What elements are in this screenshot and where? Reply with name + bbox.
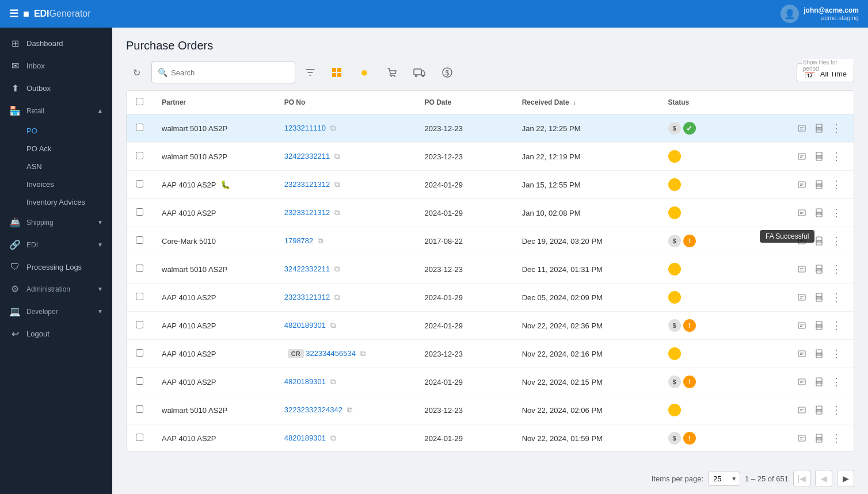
- partner-header[interactable]: Partner: [153, 91, 275, 114]
- row-checkbox[interactable]: [136, 405, 143, 413]
- grid-view-button[interactable]: [325, 62, 348, 83]
- copy-icon[interactable]: ⧉: [334, 152, 340, 160]
- view-action-button[interactable]: [794, 120, 810, 136]
- more-actions-button[interactable]: ⋮: [828, 346, 844, 362]
- user-menu[interactable]: 👤 john@acme.com acme.staging: [781, 5, 859, 23]
- po-link[interactable]: 4820189301: [284, 321, 326, 330]
- app-logo[interactable]: ☰ ■ EDIGenerator: [9, 7, 781, 20]
- view-action-button[interactable]: [794, 317, 810, 334]
- copy-icon[interactable]: ⧉: [330, 434, 336, 442]
- status-header[interactable]: Status: [659, 91, 756, 114]
- po-link[interactable]: 1233211110: [284, 124, 326, 132]
- po-link[interactable]: 1798782: [284, 236, 314, 245]
- sidebar-item-edi[interactable]: 🔗 EDI ▼: [0, 233, 112, 256]
- podate-header[interactable]: PO Date: [416, 91, 513, 114]
- row-checkbox[interactable]: [136, 124, 143, 131]
- print-action-button[interactable]: [811, 374, 827, 390]
- view-action-button[interactable]: [794, 148, 810, 164]
- view-action-button[interactable]: [794, 233, 810, 249]
- po-link[interactable]: 4820189301: [284, 377, 326, 386]
- received-header[interactable]: Received Date ↓: [513, 91, 659, 114]
- more-actions-button[interactable]: ⋮: [828, 374, 844, 390]
- cart-button[interactable]: [380, 62, 403, 83]
- sidebar-item-po[interactable]: PO: [0, 122, 112, 140]
- more-actions-button[interactable]: ⋮: [828, 402, 844, 418]
- hamburger-icon[interactable]: ☰: [9, 7, 18, 20]
- row-checkbox[interactable]: [136, 377, 143, 385]
- pono-header[interactable]: PO No: [275, 91, 416, 114]
- copy-icon[interactable]: ⧉: [334, 265, 340, 273]
- copy-icon[interactable]: ⧉: [330, 124, 336, 132]
- po-link[interactable]: 32232332324342: [284, 405, 342, 414]
- more-actions-button[interactable]: ⋮: [828, 205, 844, 221]
- sidebar-item-outbox[interactable]: ⬆ Outbox: [0, 77, 112, 99]
- more-actions-button[interactable]: ⋮: [828, 289, 844, 305]
- sidebar-item-dashboard[interactable]: ⊞ Dashboard: [0, 32, 112, 55]
- view-action-button[interactable]: [794, 177, 810, 193]
- copy-icon[interactable]: ⧉: [318, 236, 323, 245]
- more-actions-button[interactable]: ⋮: [828, 148, 844, 164]
- row-checkbox[interactable]: [136, 180, 143, 187]
- print-action-button[interactable]: [811, 233, 827, 249]
- po-link[interactable]: 23233121312: [284, 293, 330, 301]
- row-checkbox[interactable]: [136, 265, 143, 272]
- row-checkbox[interactable]: [136, 208, 143, 216]
- first-page-button[interactable]: |◀: [793, 470, 810, 487]
- row-checkbox[interactable]: [136, 293, 143, 300]
- per-page-select[interactable]: 10 25 50 100: [708, 472, 740, 486]
- copy-icon[interactable]: ⧉: [334, 293, 340, 301]
- view-action-button[interactable]: [794, 374, 810, 390]
- copy-icon[interactable]: ⧉: [330, 321, 336, 330]
- print-action-button[interactable]: [811, 148, 827, 164]
- po-link[interactable]: 32422332211: [284, 152, 330, 160]
- copy-icon[interactable]: ⧉: [360, 349, 366, 358]
- more-actions-button[interactable]: ⋮: [828, 177, 844, 193]
- sidebar-item-invoices[interactable]: Invoices: [0, 175, 112, 193]
- copy-icon[interactable]: ⧉: [330, 377, 336, 386]
- po-filter-button[interactable]: ●: [353, 62, 376, 83]
- sidebar-item-processing-logs[interactable]: 🛡 Processing Logs: [0, 256, 112, 278]
- sidebar-item-inventory-advices[interactable]: Inventory Advices: [0, 193, 112, 211]
- more-actions-button[interactable]: ⋮: [828, 317, 844, 334]
- sidebar-item-asn[interactable]: ASN: [0, 158, 112, 175]
- search-box[interactable]: 🔍: [151, 62, 295, 83]
- print-action-button[interactable]: [811, 205, 827, 221]
- print-action-button[interactable]: [811, 346, 827, 362]
- sidebar-item-inbox[interactable]: ✉ Inbox: [0, 55, 112, 77]
- print-action-button[interactable]: [811, 177, 827, 193]
- sidebar-item-logout[interactable]: ↩ Logout: [0, 323, 112, 345]
- refresh-button[interactable]: ↻: [126, 62, 147, 83]
- view-action-button[interactable]: [794, 402, 810, 418]
- copy-icon[interactable]: ⧉: [334, 180, 340, 189]
- view-action-button[interactable]: [794, 346, 810, 362]
- copy-icon[interactable]: ⧉: [347, 405, 352, 414]
- search-input[interactable]: [171, 68, 289, 77]
- more-actions-button[interactable]: ⋮: [828, 120, 844, 136]
- po-link[interactable]: 23233121312: [284, 180, 330, 189]
- period-selector[interactable]: Show files for period 📅 All Time: [797, 63, 854, 82]
- view-action-button[interactable]: [794, 289, 810, 305]
- po-link[interactable]: 4820189301: [284, 434, 326, 442]
- row-checkbox[interactable]: [136, 349, 143, 357]
- row-checkbox[interactable]: [136, 321, 143, 328]
- po-link[interactable]: 32422332211: [284, 265, 330, 273]
- row-checkbox[interactable]: [136, 236, 143, 244]
- print-action-button[interactable]: [811, 402, 827, 418]
- dollar-button[interactable]: $: [436, 62, 459, 83]
- sidebar-item-po-ack[interactable]: PO Ack: [0, 140, 112, 158]
- print-action-button[interactable]: [811, 261, 827, 277]
- po-link[interactable]: 322334456534: [306, 349, 356, 358]
- next-page-button[interactable]: ▶: [837, 470, 854, 487]
- sidebar-item-shipping[interactable]: 🚢 Shipping ▼: [0, 211, 112, 233]
- po-link[interactable]: 23233121312: [284, 208, 330, 217]
- view-action-button[interactable]: [794, 205, 810, 221]
- more-actions-button[interactable]: ⋮: [828, 261, 844, 277]
- row-checkbox[interactable]: [136, 434, 143, 441]
- row-checkbox[interactable]: [136, 152, 143, 159]
- truck-button[interactable]: [408, 62, 431, 83]
- select-all-checkbox[interactable]: [136, 98, 143, 105]
- copy-icon[interactable]: ⧉: [334, 208, 340, 217]
- sidebar-item-developer[interactable]: 💻 Developer ▼: [0, 300, 112, 323]
- print-action-button[interactable]: [811, 120, 827, 136]
- prev-page-button[interactable]: ◀: [815, 470, 832, 487]
